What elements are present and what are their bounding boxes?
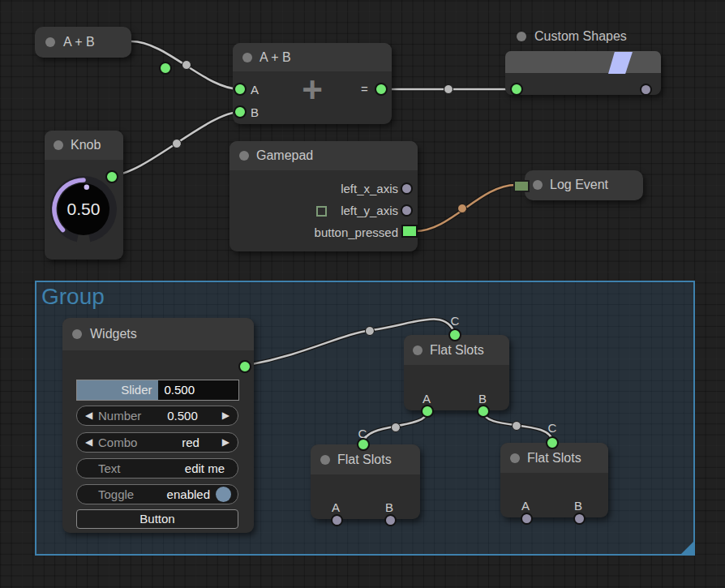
node-title: Flat Slots bbox=[430, 343, 484, 358]
output-label-b: B bbox=[385, 500, 393, 514]
number-label: Number bbox=[98, 409, 141, 423]
node-knob[interactable]: Knob 0.50 bbox=[45, 131, 123, 260]
output-label-left-y-axis: left_y_axis bbox=[341, 204, 398, 217]
title-dot-icon bbox=[72, 329, 82, 339]
output-slot[interactable] bbox=[159, 62, 172, 75]
toggle-label: Toggle bbox=[98, 487, 134, 501]
title-dot-icon bbox=[239, 151, 249, 161]
node-log-event[interactable]: Log Event bbox=[525, 170, 643, 200]
combo-widget[interactable]: ◀ Combo red ▶ bbox=[76, 432, 238, 453]
slot-label-c: C bbox=[548, 421, 557, 435]
node-title: A + B bbox=[260, 50, 291, 65]
slot-label-c: C bbox=[451, 314, 460, 328]
number-value: 0.500 bbox=[150, 409, 215, 423]
link-midpoint-dot[interactable] bbox=[444, 85, 453, 94]
toggle-dot[interactable] bbox=[216, 487, 231, 502]
text-value: edit me bbox=[185, 461, 225, 475]
output-label-equals: = bbox=[361, 82, 368, 96]
output-label-b: B bbox=[574, 499, 582, 513]
node-title-bar[interactable]: Gamepad bbox=[230, 141, 418, 170]
combo-next-arrow[interactable]: ▶ bbox=[222, 436, 230, 448]
node-add-main[interactable]: A + B + A B = bbox=[233, 43, 392, 124]
combo-value: red bbox=[158, 436, 223, 449]
output-slot-b[interactable] bbox=[573, 513, 586, 525]
output-slot-b[interactable] bbox=[477, 405, 490, 418]
input-label-b: B bbox=[251, 105, 259, 119]
link-add-small-to-a-core bbox=[131, 41, 240, 89]
output-slot[interactable] bbox=[105, 170, 118, 183]
title-dot-icon bbox=[533, 180, 543, 190]
input-slot-event[interactable] bbox=[513, 180, 530, 192]
output-slot-a[interactable] bbox=[421, 405, 434, 418]
input-label-a: A bbox=[251, 83, 259, 97]
node-title-bar[interactable]: Knob bbox=[45, 131, 123, 160]
node-title: Gamepad bbox=[256, 148, 313, 163]
button-widget[interactable]: Button bbox=[76, 509, 238, 529]
node-title: A + B bbox=[63, 35, 95, 49]
plus-symbol: + bbox=[296, 74, 328, 106]
output-slot-a[interactable] bbox=[521, 513, 533, 525]
group-title[interactable]: Group bbox=[41, 284, 105, 310]
square-marker-icon bbox=[316, 206, 327, 217]
output-slot-result[interactable] bbox=[375, 83, 388, 96]
title-dot-icon bbox=[45, 37, 55, 47]
output-slot-b[interactable] bbox=[384, 514, 397, 526]
output-slot-left-x-axis[interactable] bbox=[401, 182, 413, 195]
output-slot-left-y-axis[interactable] bbox=[401, 204, 413, 217]
slot-label-c: C bbox=[358, 427, 367, 440]
title-dot-icon bbox=[517, 32, 526, 41]
knob-marker bbox=[84, 185, 89, 190]
input-slot[interactable] bbox=[510, 83, 523, 96]
output-label-a: A bbox=[332, 500, 340, 514]
output-slot[interactable] bbox=[640, 84, 652, 96]
link-gamepad-to-log bbox=[415, 185, 516, 231]
output-label-a: A bbox=[521, 499, 530, 513]
node-title: Custom Shapes bbox=[534, 29, 627, 44]
node-graph-canvas[interactable]: Group A + bbox=[0, 0, 725, 588]
toggle-value: enabled bbox=[167, 487, 210, 501]
custom-widget-bar bbox=[505, 51, 661, 73]
output-slot-button-pressed[interactable] bbox=[401, 225, 418, 238]
node-title-bar[interactable]: A + B bbox=[233, 43, 392, 71]
number-decrement-arrow[interactable]: ◀ bbox=[85, 410, 92, 421]
node-custom-shapes[interactable] bbox=[505, 51, 661, 95]
slider-label: Slider bbox=[121, 383, 152, 397]
node-widgets[interactable]: Widgets Slider 0.500 ◀ Number 0.500 ▶ ◀ … bbox=[62, 318, 254, 533]
title-dot-icon bbox=[320, 455, 330, 465]
input-slot-a[interactable] bbox=[234, 83, 247, 96]
group-resize-handle[interactable] bbox=[681, 542, 693, 554]
output-label-left-x-axis: left_x_axis bbox=[341, 182, 398, 195]
link-midpoint-dot-event[interactable] bbox=[458, 204, 467, 213]
number-widget[interactable]: ◀ Number 0.500 ▶ bbox=[76, 406, 238, 426]
output-label-a: A bbox=[423, 392, 431, 406]
link-knob-to-b-core bbox=[112, 112, 240, 175]
title-dot-icon bbox=[54, 140, 63, 150]
toggle-widget[interactable]: Toggle enabled bbox=[76, 484, 238, 504]
node-title: Log Event bbox=[550, 178, 608, 192]
node-title-bar[interactable]: Widgets bbox=[62, 318, 254, 350]
input-slot-b[interactable] bbox=[234, 105, 247, 118]
node-flat-slots-top[interactable]: Flat Slots A B bbox=[404, 335, 509, 410]
input-slot-c[interactable] bbox=[448, 328, 461, 341]
node-flat-slots-right[interactable]: Flat Slots A B bbox=[500, 443, 608, 517]
node-add-collapsed[interactable]: A + B bbox=[35, 27, 131, 58]
output-slot[interactable] bbox=[238, 360, 251, 373]
text-widget[interactable]: Text edit me bbox=[76, 458, 238, 479]
node-title: Flat Slots bbox=[337, 453, 392, 467]
node-flat-slots-left[interactable]: Flat Slots A B bbox=[311, 444, 420, 519]
link-midpoint-dot[interactable] bbox=[173, 139, 182, 148]
link-knob-to-b bbox=[112, 112, 240, 175]
number-increment-arrow[interactable]: ▶ bbox=[222, 410, 230, 421]
node-gamepad[interactable]: Gamepad left_x_axis left_y_axis button_p… bbox=[230, 141, 418, 251]
input-slot-c[interactable] bbox=[546, 436, 559, 449]
link-midpoint-dot[interactable] bbox=[182, 61, 191, 70]
node-title: Widgets bbox=[90, 327, 137, 341]
slider-widget[interactable]: Slider 0.500 bbox=[76, 380, 239, 401]
knob-value: 0.50 bbox=[61, 200, 106, 219]
combo-prev-arrow[interactable]: ◀ bbox=[85, 436, 92, 448]
link-add-small-to-a bbox=[131, 41, 240, 89]
output-label-b: B bbox=[478, 392, 487, 406]
output-slot-a[interactable] bbox=[331, 514, 343, 526]
title-dot-icon bbox=[242, 53, 252, 62]
combo-label: Combo bbox=[98, 436, 137, 449]
